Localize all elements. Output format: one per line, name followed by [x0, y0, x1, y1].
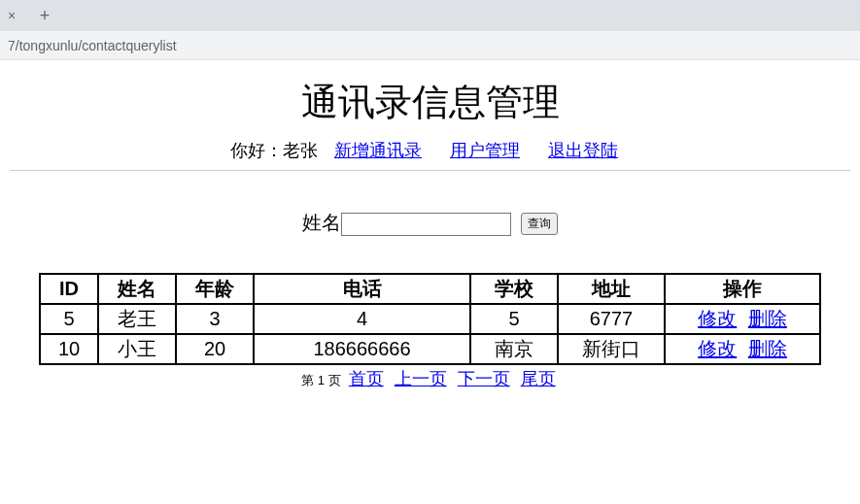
new-tab-button[interactable]: +	[31, 2, 58, 29]
cell-id: 5	[40, 304, 98, 334]
next-page-link[interactable]: 下一页	[458, 369, 510, 388]
username: 老张	[283, 141, 318, 160]
search-label: 姓名	[302, 212, 341, 233]
table-header-row: ID 姓名 年龄 电话 学校 地址 操作	[40, 274, 820, 304]
cell-school: 南京	[470, 334, 558, 364]
cell-phone: 186666666	[254, 334, 470, 364]
first-page-link[interactable]: 首页	[349, 369, 384, 388]
cell-address: 新街口	[558, 334, 665, 364]
last-page-link[interactable]: 尾页	[521, 369, 556, 388]
nav-row: 你好：老张 新增通讯录 用户管理 退出登陆	[10, 139, 850, 171]
cell-id: 10	[40, 334, 98, 364]
cell-school: 5	[470, 304, 558, 334]
th-phone: 电话	[254, 274, 470, 304]
browser-tab-bar: × +	[0, 0, 860, 31]
contacts-table: ID 姓名 年龄 电话 学校 地址 操作 5 老王 3 4 5 6777	[39, 273, 821, 365]
edit-link[interactable]: 修改	[698, 308, 737, 329]
search-input[interactable]	[341, 213, 511, 236]
th-age: 年龄	[176, 274, 254, 304]
table-row: 10 小王 20 186666666 南京 新街口 修改 删除	[40, 334, 820, 364]
edit-link[interactable]: 修改	[698, 338, 737, 359]
th-name: 姓名	[98, 274, 176, 304]
cell-age: 3	[176, 304, 254, 334]
close-icon[interactable]: ×	[4, 8, 19, 23]
cell-name: 小王	[98, 334, 176, 364]
cell-actions: 修改 删除	[665, 334, 820, 364]
table-row: 5 老王 3 4 5 6777 修改 删除	[40, 304, 820, 334]
url-text: 7/tongxunlu/contactquerylist	[8, 38, 177, 53]
delete-link[interactable]: 删除	[748, 338, 787, 359]
cell-age: 20	[176, 334, 254, 364]
add-contact-link[interactable]: 新增通讯录	[334, 141, 422, 160]
address-bar[interactable]: 7/tongxunlu/contactquerylist	[0, 31, 860, 60]
search-button[interactable]: 查询	[521, 213, 558, 235]
cell-address: 6777	[558, 304, 665, 334]
search-row: 姓名 查询	[10, 210, 850, 236]
greeting-prefix: 你好：	[230, 141, 283, 160]
th-id: ID	[40, 274, 98, 304]
pager: 第 1 页 首页 上一页 下一页 尾页	[39, 367, 821, 390]
prev-page-link[interactable]: 上一页	[395, 369, 447, 388]
delete-link[interactable]: 删除	[748, 308, 787, 329]
page-info: 第 1 页	[301, 373, 340, 387]
th-action: 操作	[665, 274, 820, 304]
cell-name: 老王	[98, 304, 176, 334]
user-management-link[interactable]: 用户管理	[450, 141, 520, 160]
logout-link[interactable]: 退出登陆	[548, 141, 618, 160]
th-address: 地址	[558, 274, 665, 304]
cell-phone: 4	[254, 304, 470, 334]
cell-actions: 修改 删除	[665, 304, 820, 334]
th-school: 学校	[470, 274, 558, 304]
page-title: 通讯录信息管理	[10, 78, 850, 127]
